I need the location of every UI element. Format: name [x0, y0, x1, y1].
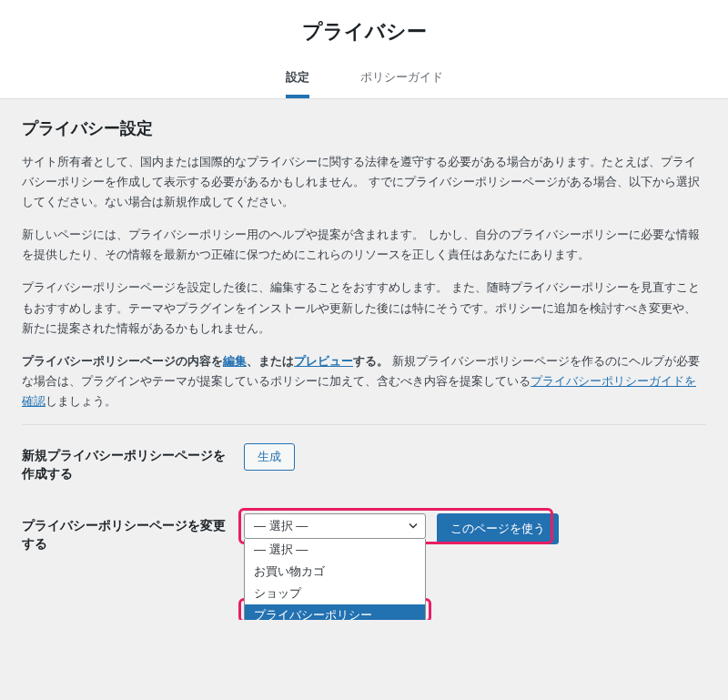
desc-paragraph-2: 新しいページには、プライバシーポリシー用のヘルプや提案が含まれます。 しかし、自…	[22, 225, 706, 265]
tabs: 設定 ポリシーガイド	[0, 60, 728, 99]
page-dropdown: — 選択 — お買い物カゴ ショップ プライバシーポリシー ブログ ホームページ…	[244, 539, 426, 620]
option-cart[interactable]: お買い物カゴ	[245, 561, 425, 583]
use-page-button[interactable]: このページを使う	[437, 513, 559, 544]
preview-link[interactable]: プレビュー	[294, 354, 353, 368]
chevron-down-icon	[409, 520, 418, 533]
desc-paragraph-3: プライバシーポリシーページを設定した後に、編集することをおすすめします。 また、…	[22, 278, 706, 338]
page-select-wrap: — 選択 — — 選択 — お買い物カゴ ショップ プライバシーポリシー ブログ…	[244, 513, 426, 539]
p4-mid1: 、または	[247, 354, 294, 368]
option-shop[interactable]: ショップ	[245, 583, 425, 604]
option-none[interactable]: — 選択 —	[245, 539, 425, 561]
header: プライバシー 設定 ポリシーガイド	[0, 0, 728, 99]
change-page-label: プライバシーポリシーページを変更する	[22, 513, 244, 553]
desc-paragraph-4: プライバシーポリシーページの内容を編集、またはプレビューする。 新規プライバシー…	[22, 351, 706, 411]
p4-mid2: する。	[353, 354, 389, 368]
edit-link[interactable]: 編集	[223, 354, 247, 368]
create-button[interactable]: 生成	[244, 443, 295, 471]
tab-settings[interactable]: 設定	[286, 60, 309, 98]
divider	[22, 424, 706, 425]
tab-policy-guide[interactable]: ポリシーガイド	[360, 60, 443, 98]
section-title: プライバシー設定	[22, 117, 706, 139]
option-privacy-policy[interactable]: プライバシーポリシー	[245, 604, 425, 620]
create-page-label: 新規プライバシーポリシーページを作成する	[22, 443, 244, 482]
p4-end: しましょう。	[46, 394, 116, 408]
select-value: — 選択 —	[254, 519, 308, 533]
content: プライバシー設定 サイト所有者として、国内または国際的なプライバシーに関する法律…	[0, 99, 728, 620]
p4-pre: プライバシーポリシーページの内容を	[22, 354, 223, 368]
page-title: プライバシー	[0, 18, 728, 46]
create-page-row: 新規プライバシーポリシーページを作成する 生成	[22, 443, 706, 482]
desc-paragraph-1: サイト所有者として、国内または国際的なプライバシーに関する法律を遵守する必要があ…	[22, 152, 706, 212]
change-page-row: プライバシーポリシーページを変更する — 選択 — — 選択 — お買い物カゴ …	[22, 513, 706, 553]
page-select[interactable]: — 選択 —	[244, 513, 426, 539]
